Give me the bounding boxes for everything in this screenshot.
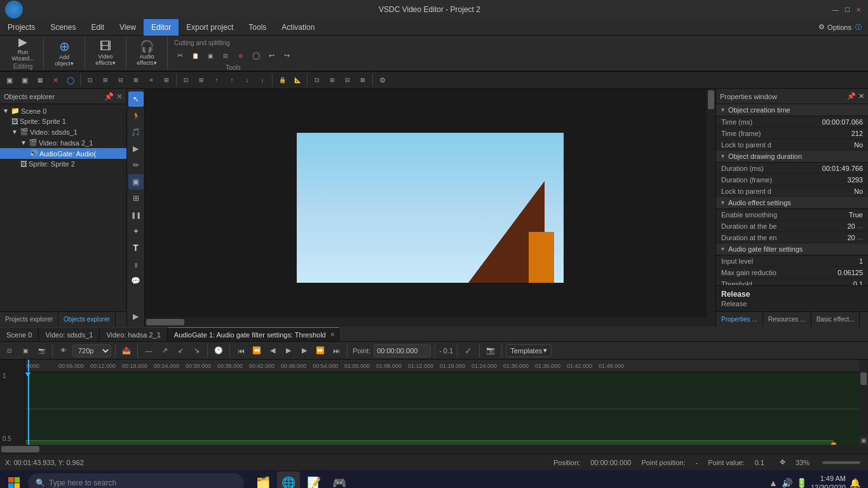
maximize-button[interactable]: ☐	[843, 5, 851, 14]
vtb-btn9[interactable]: ✦	[128, 224, 144, 239]
properties-tab[interactable]: Properties ...	[716, 312, 763, 327]
explorer-close[interactable]: ✕	[116, 92, 123, 101]
menu-editor[interactable]: Editor	[144, 19, 179, 36]
tl-btn6[interactable]: ↗	[158, 344, 172, 358]
vtb-btn6[interactable]: ▣	[128, 174, 144, 189]
menu-export[interactable]: Export project	[179, 19, 241, 36]
cut-tool[interactable]: ✂	[173, 49, 187, 63]
tl-skip-start[interactable]: ⏮	[234, 344, 248, 358]
end-marker[interactable]	[831, 442, 836, 445]
vtb-btn11[interactable]: |||	[128, 257, 144, 272]
undo-tool[interactable]: ↩	[264, 49, 278, 63]
duration-begin-dots[interactable]: ...	[858, 222, 863, 229]
canvas-vscroll-thumb[interactable]	[708, 90, 714, 109]
max-gain-value[interactable]: 0.06125	[837, 269, 863, 276]
section-audio-gate-header[interactable]: ▼ Audio gate filter settings	[716, 243, 868, 255]
tl-next-frame[interactable]: ▶	[297, 344, 311, 358]
time-ms-value[interactable]: 00:00:07.066	[822, 118, 863, 126]
playhead[interactable]	[28, 372, 29, 445]
menu-edit[interactable]: Edit	[83, 19, 112, 36]
tool4[interactable]: ⊗	[234, 49, 248, 63]
audio-effects-button[interactable]: 🎧 Audioeffects▾	[132, 39, 162, 67]
section-audio-effect-header[interactable]: ▼ Audio effect settings	[716, 197, 868, 209]
canvas-vscroll[interactable]	[707, 89, 715, 327]
duration-ms-value[interactable]: 00:01:49.766	[822, 165, 863, 172]
tl-fast-forward[interactable]: ⏩	[313, 344, 327, 358]
notification-icon[interactable]: 🔔	[850, 478, 860, 488]
tool-b21[interactable]: ⊟	[341, 73, 355, 87]
vtb-btn8[interactable]: ❚❚	[128, 207, 144, 222]
tool-b6[interactable]: ⊞	[98, 73, 112, 87]
delete-tool[interactable]: ✕	[48, 73, 62, 87]
pointer-tool[interactable]: ↖	[128, 92, 144, 107]
duration-begin-value[interactable]: 20	[847, 222, 855, 230]
settings-tool[interactable]: ⚙	[376, 73, 390, 87]
duration-end-value[interactable]: 20	[847, 234, 855, 241]
tool-b3[interactable]: ▦	[33, 73, 47, 87]
tl-btn2[interactable]: ▣	[18, 344, 32, 358]
menu-tools[interactable]: Tools	[241, 19, 274, 36]
tl-btn1[interactable]: ⊡	[3, 344, 17, 358]
scene-tab-1[interactable]: Video: sdsds_1	[39, 327, 100, 341]
tl-resolution[interactable]: 👁	[57, 344, 71, 358]
basic-effect-tab[interactable]: Basic effect...	[811, 312, 860, 327]
tool-b17[interactable]: 🔒	[275, 73, 289, 87]
taskbar-vsdc[interactable]: 🎮	[328, 471, 351, 488]
tool-b18[interactable]: 📐	[290, 73, 304, 87]
tl-templates-btn[interactable]: Templates ▾	[506, 344, 552, 357]
run-wizard-button[interactable]: ▶ RunWizard...	[8, 36, 38, 62]
scene-tab-3[interactable]: AudioGate 1: Audio gate filter settings:…	[168, 327, 339, 341]
zoom-slider[interactable]	[822, 461, 860, 464]
network-icon[interactable]: ▲	[769, 478, 778, 488]
projects-explorer-tab[interactable]: Projects explorer	[0, 312, 58, 327]
vtb-btn5[interactable]: ✏	[128, 158, 144, 173]
tl-btn3[interactable]: 📷	[34, 344, 48, 358]
tl-btn8[interactable]: ↘	[189, 344, 203, 358]
resources-tab[interactable]: Resources ...	[763, 312, 811, 327]
duration-end-dots[interactable]: ...	[858, 234, 863, 241]
video-effects-button[interactable]: 🎞 Videoeffects▾	[90, 39, 121, 67]
scene-tab-3-close[interactable]: ✕	[330, 331, 335, 338]
timeline-vscroll[interactable]: ▣	[859, 360, 868, 445]
tl-btn-camera[interactable]: 📷	[484, 344, 498, 358]
tl-clock-btn[interactable]: 🕐	[212, 344, 226, 358]
tree-node-scene0[interactable]: ▼ 📁 Scene 0	[0, 105, 126, 116]
tool-b14[interactable]: ↑	[225, 73, 239, 87]
close-button[interactable]: ✕	[854, 5, 863, 14]
tl-btn4[interactable]: 📤	[119, 344, 133, 358]
timeline-scroll-control[interactable]: ▣	[859, 436, 868, 445]
add-object-button[interactable]: ⊕ Addobject▾	[49, 39, 79, 67]
scene-tab-0[interactable]: Scene 0	[0, 327, 39, 341]
options-button[interactable]: ⚙ Options ⓘ	[812, 23, 868, 32]
point-time-input[interactable]	[374, 344, 431, 357]
system-clock[interactable]: 1:49 AM 12/30/2020	[811, 474, 846, 488]
search-box[interactable]: 🔍 Type here to search	[28, 473, 244, 488]
tl-resolution-select[interactable]: 720p 1080p	[72, 344, 111, 357]
battery-icon[interactable]: 🔋	[796, 478, 807, 488]
sound-icon[interactable]: 🔊	[782, 478, 792, 488]
tool-b5[interactable]: ⊡	[83, 73, 97, 87]
taskbar-file-explorer[interactable]: 🗂️	[252, 471, 275, 488]
tool-b9[interactable]: ≡	[144, 73, 158, 87]
trim-tool[interactable]: ▣	[203, 49, 217, 63]
scene-tab-2[interactable]: Video: hadsa 2_1	[100, 327, 167, 341]
smoothing-value[interactable]: True	[849, 211, 863, 219]
start-button[interactable]	[3, 471, 25, 488]
redo-tool[interactable]: ↪	[280, 49, 294, 63]
explorer-pin[interactable]: 📌	[104, 92, 114, 101]
tree-node-video1[interactable]: ▼ 🎬 Video: sdsds_1	[0, 126, 126, 137]
lock-parent-c-value[interactable]: No	[854, 141, 863, 149]
tool-b20[interactable]: ⊞	[325, 73, 339, 87]
tl-rewind[interactable]: ⏪	[250, 344, 264, 358]
tool5[interactable]: ◯	[249, 49, 263, 63]
tool-b8[interactable]: ⊠	[129, 73, 143, 87]
vtb-btn2[interactable]: 🏃	[128, 108, 144, 123]
props-pin[interactable]: 📌	[847, 92, 856, 100]
tl-confirm-btn[interactable]: ✓	[461, 344, 475, 358]
taskbar-word[interactable]: 📝	[302, 471, 325, 488]
tool-b19[interactable]: ⊡	[310, 73, 324, 87]
menu-view[interactable]: View	[112, 19, 144, 36]
tool-b7[interactable]: ⊟	[114, 73, 128, 87]
tl-btn5[interactable]: —	[142, 344, 156, 358]
section-creation-header[interactable]: ▼ Object creation time	[716, 104, 868, 116]
